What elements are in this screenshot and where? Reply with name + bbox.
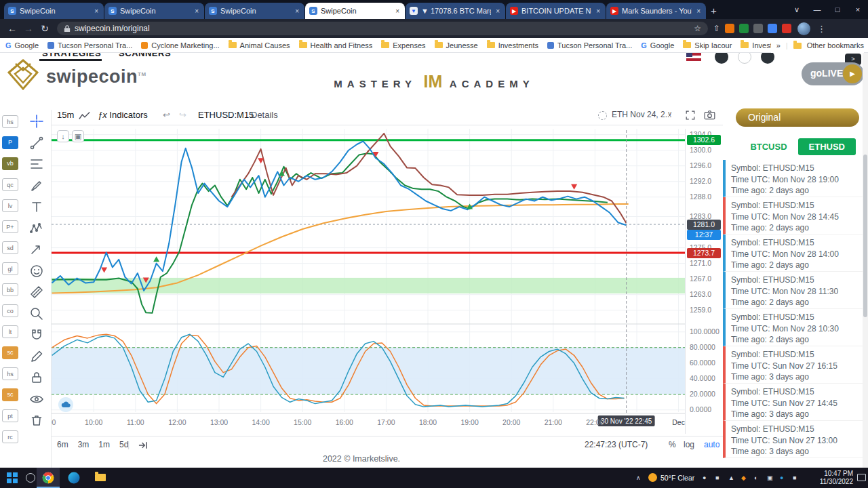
bookmark-item[interactable]: Jeunesse	[435, 41, 478, 49]
replay-dotted-circle-icon[interactable]	[598, 111, 607, 120]
tray-icon[interactable]: ■	[715, 474, 719, 481]
browser-tab[interactable]: ▼▼ 17078.6 BTC Margin×	[406, 3, 505, 19]
forward-button[interactable]: →	[20, 23, 37, 34]
browser-tab[interactable]: SSwipeCoin×	[104, 3, 204, 19]
symbol-label[interactable]: ETHUSD:M15	[198, 110, 254, 120]
forecast-icon[interactable]	[29, 242, 44, 257]
edge-taskbar-icon[interactable]	[68, 472, 80, 484]
tray-icon[interactable]: ●	[780, 474, 783, 481]
nav-strategies[interactable]: STRATEGIES	[42, 53, 101, 58]
log-scale-button[interactable]: log	[684, 440, 694, 449]
signal-card[interactable]: Symbol: ETHUSD:M15Time UTC: Sun Nov 27 1…	[723, 346, 863, 384]
reload-button[interactable]: ↻	[37, 23, 53, 34]
tab-close-icon[interactable]: ×	[193, 7, 200, 15]
tab-close-icon[interactable]: ×	[294, 7, 300, 15]
tab-ethusd[interactable]: ETHUSD	[798, 138, 856, 155]
tab-close-icon[interactable]: ×	[494, 7, 501, 15]
pencil-icon[interactable]	[29, 349, 44, 364]
extension-icon-blue[interactable]	[768, 24, 777, 33]
strategy-button-P+[interactable]: P+	[2, 220, 18, 233]
xabcd-pattern-icon[interactable]	[29, 221, 44, 236]
strategy-button-gl[interactable]: gl	[2, 262, 18, 275]
eye-icon[interactable]	[29, 392, 44, 407]
fib-retracement-icon[interactable]	[29, 157, 44, 171]
extensions-puzzle-icon[interactable]	[753, 24, 763, 33]
trash-icon[interactable]	[29, 413, 44, 428]
tab-close-icon[interactable]: ×	[695, 7, 702, 15]
bookmark-item[interactable]: Animal Causes	[229, 41, 290, 49]
chrome-taskbar-icon[interactable]	[42, 472, 54, 484]
magnet-icon[interactable]	[29, 327, 44, 342]
back-button[interactable]: ←	[4, 23, 20, 34]
browser-tab[interactable]: SSwipeCoin×	[4, 3, 104, 19]
date-range-label[interactable]: ETH Nov 24, 2...	[612, 110, 672, 119]
tray-expand-icon[interactable]: ∧	[636, 474, 641, 481]
strategy-button-bb[interactable]: bb	[2, 283, 18, 296]
strategy-button-lt[interactable]: lt	[2, 325, 18, 338]
strategy-button-hs[interactable]: hs	[2, 115, 18, 128]
signal-card[interactable]: Symbol: ETHUSD:M15Time UTC: Mon Nov 28 1…	[723, 309, 863, 346]
tab-btcusd[interactable]: BTCUSD	[750, 142, 787, 152]
new-tab-button[interactable]: +	[711, 5, 717, 16]
cloud-indicator-button[interactable]	[58, 397, 73, 412]
strategy-button-rc[interactable]: rc	[2, 430, 18, 443]
auto-scale-button[interactable]: auto	[704, 440, 719, 449]
bookmark-star-icon[interactable]: ☆	[694, 24, 701, 33]
indicators-button[interactable]: ƒx Indicators	[98, 110, 148, 120]
share-icon[interactable]: ⇧	[713, 24, 720, 33]
strategy-button-lv[interactable]: lv	[2, 199, 18, 212]
crosshair-icon[interactable]	[29, 114, 44, 129]
timeframe-button[interactable]: 15m	[57, 110, 74, 120]
browser-tab[interactable]: ▶BITCOIN UPDATE Nov 3×	[506, 3, 606, 19]
profile-avatar[interactable]	[797, 22, 810, 35]
tray-icon[interactable]: ●	[703, 474, 706, 481]
other-bookmarks-label[interactable]: Other bookmarks	[807, 41, 864, 49]
percent-scale-button[interactable]: %	[669, 440, 676, 449]
signal-card[interactable]: Symbol: ETHUSD:M15Time UTC: Mon Nov 28 1…	[723, 235, 863, 272]
bookmark-item[interactable]: Health and Fitness	[299, 41, 373, 49]
undo-button[interactable]: ↩	[163, 110, 170, 120]
tray-icon[interactable]: ▣	[767, 474, 773, 481]
chart-style-icon[interactable]	[79, 111, 91, 121]
redo-button[interactable]: ↪	[179, 110, 186, 120]
range-caret-icon[interactable]: ∨	[667, 110, 672, 117]
weather-label[interactable]: 50°F Clear	[660, 474, 694, 482]
zoom-icon[interactable]	[29, 306, 44, 321]
tray-icon[interactable]: ◆	[741, 474, 746, 481]
scrollbar-thumb[interactable]	[863, 155, 867, 317]
us-flag-icon[interactable]	[686, 53, 701, 61]
scroll-down-button[interactable]: ↓	[57, 130, 69, 142]
nav-scanners[interactable]: SCANNERS	[119, 53, 171, 58]
window-maximize-button[interactable]: □	[827, 0, 848, 19]
panel-restore-button[interactable]: ▣	[72, 130, 84, 142]
trend-line-icon[interactable]	[29, 136, 44, 150]
strategy-button-P[interactable]: P	[2, 136, 18, 149]
bookmark-item[interactable]: Tucson Personal Tra...	[547, 41, 632, 49]
tray-icon[interactable]: ◐	[754, 474, 757, 481]
page-scrollbar[interactable]	[863, 53, 868, 468]
file-explorer-icon[interactable]	[95, 474, 106, 481]
tray-icon[interactable]: ■	[793, 474, 796, 481]
signal-card[interactable]: Symbol: ETHUSD:M15Time UTC: Mon Nov 28 1…	[723, 160, 863, 197]
camera-screenshot-icon[interactable]	[704, 110, 715, 120]
details-button[interactable]: Details	[251, 110, 278, 120]
browser-tab[interactable]: SSwipeCoin×	[305, 3, 405, 19]
bookmark-item[interactable]: Cyclone Marketing...	[141, 41, 219, 49]
header-icon-dark-2[interactable]	[761, 53, 774, 64]
strategy-button-sc[interactable]: sc	[2, 346, 18, 359]
bookmark-item[interactable]: Expenses	[381, 41, 425, 49]
range-button-6m[interactable]: 6m	[57, 440, 68, 449]
lock-icon[interactable]	[29, 370, 44, 385]
strategy-button-vb[interactable]: vb	[2, 157, 18, 170]
strategy-button-co[interactable]: co	[2, 304, 18, 317]
signal-card[interactable]: Symbol: ETHUSD:M15Time UTC: Mon Nov 28 1…	[723, 272, 863, 309]
strategy-button-qc[interactable]: qc	[2, 178, 18, 191]
go-live-button[interactable]: goLIVE ▶	[802, 62, 864, 85]
bookmark-item[interactable]: Skip Iacour	[683, 41, 732, 49]
signal-card[interactable]: Symbol: ETHUSD:M15Time UTC: Sun Nov 27 1…	[723, 421, 863, 458]
extension-icon-red[interactable]	[782, 24, 791, 33]
emoji-icon[interactable]	[29, 264, 44, 279]
bookmark-item[interactable]: Investments	[487, 41, 538, 49]
tray-icon[interactable]: ▲	[728, 474, 734, 481]
strategy-button-pt[interactable]: pt	[2, 409, 18, 422]
